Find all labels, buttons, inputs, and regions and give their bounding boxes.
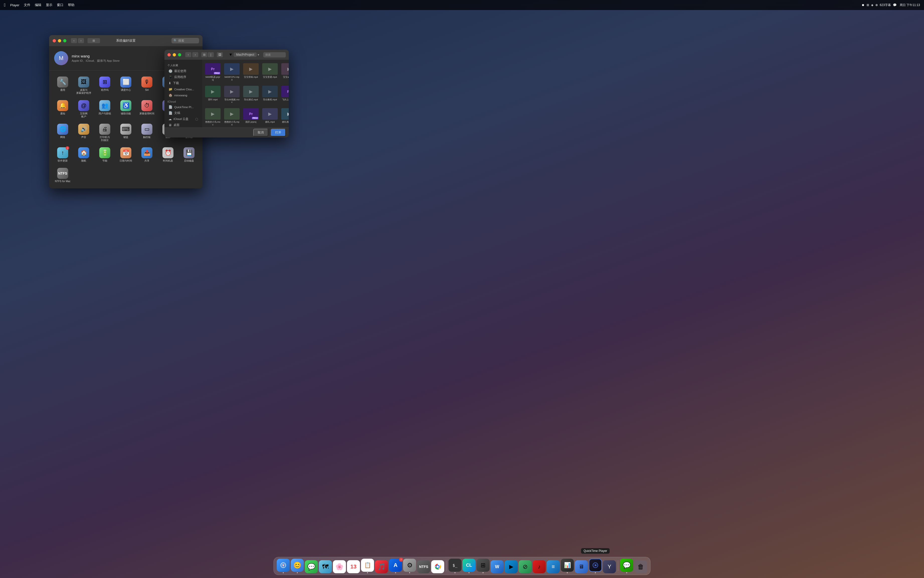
netease-icon[interactable]: ♪ <box>533 560 546 573</box>
dock-item-welink[interactable]: W <box>490 560 503 573</box>
dock-item-wechat[interactable]: 💬 <box>620 559 633 573</box>
sidebar-item-apps[interactable]: 📱 应用程序 <box>165 74 201 80</box>
messages-icon[interactable]: 💬 <box>305 560 318 573</box>
dock-item-netease[interactable]: ♪ <box>533 560 546 573</box>
pref-time-machine[interactable]: ⏰ 时间机器 <box>158 145 178 164</box>
reminders-icon[interactable]: 📋 <box>361 559 374 572</box>
pref-print[interactable]: 🖨 打印机与扫描仪 <box>95 121 115 144</box>
finder-search[interactable]: 搜索 <box>263 52 286 57</box>
file-item[interactable]: ▶ C 婚礼视频.mp4 <box>280 107 289 127</box>
open-button[interactable]: 打开 <box>271 129 286 136</box>
finder-max[interactable] <box>178 53 181 57</box>
file-item[interactable]: ▶ 宝宝普通.mp4 <box>261 62 279 83</box>
sidebar-item-desktop[interactable]: 🖥 桌面 <box>165 122 201 127</box>
view-toggle[interactable]: ⊞ <box>87 38 100 43</box>
vscode-icon[interactable]: ≡ <box>547 560 560 573</box>
sidebar-item-documents[interactable]: 📄 文稿 <box>165 110 201 116</box>
files-icon[interactable]: ⊞ <box>477 559 490 572</box>
screenshare-icon[interactable]: 🖥 <box>575 560 588 573</box>
pref-notif[interactable]: 🔔 通知 <box>53 97 73 120</box>
finder-back[interactable]: ‹ <box>185 52 191 57</box>
welink-icon[interactable]: W <box>490 560 503 573</box>
file-item[interactable]: Pr PROJ 9400f机器.prproj <box>204 62 222 83</box>
forward-button[interactable]: › <box>78 38 84 43</box>
sidebar-item-icloud[interactable]: ☁ iCloud 云盘 ◯ <box>165 116 201 122</box>
maps-icon[interactable]: 🗺 <box>319 560 332 573</box>
dock-item-quicktime[interactable]: QuickTime Player <box>589 559 602 573</box>
sidebar-item-home[interactable]: 🏠 minxwang <box>165 93 201 98</box>
dock-item-vscode[interactable]: ≡ <box>547 560 560 573</box>
pref-dock[interactable]: ⊞ 程序坞 <box>95 74 115 97</box>
sidebar-item-quicktime[interactable]: 📄 QuickTime Pl... <box>165 104 201 110</box>
dock-item-appstore[interactable]: A 7 <box>389 559 402 573</box>
finder-icon[interactable]: 😊 <box>291 559 304 572</box>
pref-desktop[interactable]: 🖼 桌面与屏幕保护程序 <box>74 74 94 97</box>
dock-item-syspref[interactable]: ⚙ <box>403 559 416 573</box>
dock-item-yoink[interactable]: Y <box>603 560 616 573</box>
dock-item-youku[interactable]: ▶ <box>505 560 518 573</box>
dock-item-reminders[interactable]: 📋 <box>361 559 374 573</box>
gallery-icon[interactable]: 🖼 <box>217 52 223 57</box>
pref-date[interactable]: 📅 日期与时间 <box>116 145 136 164</box>
path-expand[interactable]: ▼ <box>257 54 260 56</box>
activity-icon[interactable]: 📊 <box>561 559 574 572</box>
dock-item-ntfs[interactable]: NTFS <box>417 560 430 573</box>
menu-help[interactable]: 帮助 <box>68 3 74 7</box>
path-dropdown[interactable]: ▼ <box>229 52 233 57</box>
back-button[interactable]: ‹ <box>71 38 77 43</box>
file-item[interactable]: ▶ 憨憨的小鸟.mp4 <box>223 107 241 127</box>
file-item[interactable]: ▶ 憨憨的小鸟.mov <box>204 107 222 127</box>
menu-player[interactable]: Player <box>10 3 19 7</box>
file-item[interactable]: ▶ 导出教程.mp4 <box>261 84 279 106</box>
finder-icon-view[interactable]: 🖼 <box>217 52 223 57</box>
dock-item-copilot[interactable]: ⊘ <box>519 560 532 573</box>
file-item[interactable]: Pr PROJ 飞向上海.rproj <box>280 84 289 106</box>
sidebar-item-creative[interactable]: 📁 Creative Clou... <box>165 86 201 92</box>
file-item[interactable]: ▶ 导出测试.mp4 <box>242 84 260 106</box>
dock-item-chrome[interactable] <box>431 560 444 573</box>
quicktime-icon[interactable] <box>589 559 602 572</box>
syspref-icon[interactable]: ⚙ <box>403 559 416 572</box>
pref-sound[interactable]: 🔊 声音 <box>74 121 94 144</box>
pref-startup[interactable]: 💾 启动磁盘 <box>179 145 199 164</box>
sidebar-item-recent[interactable]: 🕐 最近使用 <box>165 68 201 74</box>
dock-item-trash[interactable]: 🗑 <box>634 560 647 573</box>
dock-item-music[interactable]: 🎵 <box>375 560 388 573</box>
dock-item-clion[interactable]: CL <box>463 559 476 573</box>
pref-screen-time[interactable]: ⏱ 屏幕使用时间 <box>137 97 157 120</box>
menu-edit[interactable]: 编辑 <box>35 3 41 7</box>
pref-keyboard[interactable]: ⌨ 键盘 <box>116 121 136 144</box>
pref-share[interactable]: 📤 共享 <box>137 145 157 164</box>
pref-ntfs[interactable]: NTFS NTFS for Mac <box>53 165 73 185</box>
icon-view[interactable]: ⊞ <box>201 52 207 57</box>
dock-item-finder[interactable]: 😊 <box>291 559 304 573</box>
clion-icon[interactable]: CL <box>463 559 476 572</box>
column-view[interactable]: | <box>208 52 214 57</box>
pref-internet[interactable]: @ 互联网账户 <box>74 97 94 120</box>
dock-item-messages[interactable]: 💬 <box>305 560 318 573</box>
dock-item-safari[interactable] <box>277 559 290 573</box>
wechat-icon[interactable]: 💬 <box>620 559 633 572</box>
pref-trackpad[interactable]: ▭ 触控板 <box>137 121 157 144</box>
photos-icon[interactable]: 🌸 <box>333 560 346 573</box>
finder-close[interactable] <box>167 53 171 57</box>
appstore-icon[interactable]: A 7 <box>389 559 402 572</box>
dock-item-files[interactable]: ⊞ <box>477 559 490 573</box>
safari-icon[interactable] <box>277 559 290 572</box>
pref-access[interactable]: ♿ 辅助功能 <box>116 97 136 120</box>
pref-battery[interactable]: 🔋 节能 <box>95 145 115 164</box>
cancel-button[interactable]: 取消 <box>253 129 268 136</box>
music-icon[interactable]: 🎵 <box>375 560 388 573</box>
dock-item-activity[interactable]: 📊 <box>561 559 574 573</box>
yoink-icon[interactable]: Y <box>603 560 616 573</box>
pref-mission[interactable]: ⬜ 调度中心 <box>116 74 136 97</box>
dock-item-terminal[interactable]: $_ <box>448 559 461 573</box>
chrome-icon[interactable] <box>431 560 444 573</box>
file-item[interactable]: ▶ 宝宝ae.mp4 <box>280 62 289 83</box>
pref-software[interactable]: ↑ 1 软件更新 <box>53 145 73 164</box>
dock-item-screenshare[interactable]: 🖥 <box>575 560 588 573</box>
copilot-icon[interactable]: ⊘ <box>519 560 532 573</box>
pref-siri[interactable]: 🎙 Siri <box>137 74 157 97</box>
pref-users[interactable]: 👥 用户与群组 <box>95 97 115 120</box>
dock-item-photos[interactable]: 🌸 <box>333 560 346 573</box>
